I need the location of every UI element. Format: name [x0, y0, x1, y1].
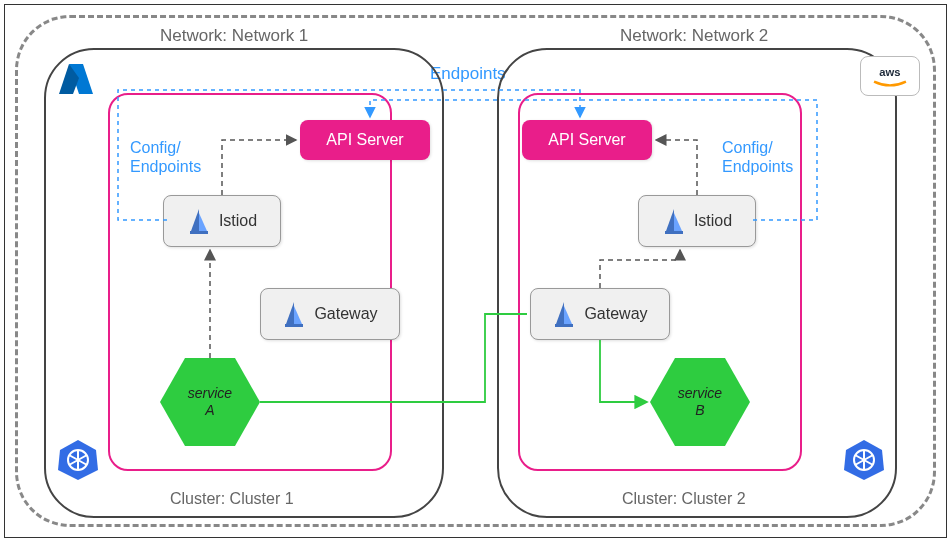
istiod-2: Istiod — [638, 195, 756, 247]
aws-icon: aws — [860, 56, 920, 96]
api-server-2: API Server — [522, 120, 652, 160]
istio-sail-icon — [552, 300, 576, 328]
svg-rect-0 — [190, 231, 208, 234]
istio-sail-icon — [662, 207, 686, 235]
istio-sail-icon — [187, 207, 211, 235]
svg-rect-2 — [665, 231, 683, 234]
network2-label: Network: Network 2 — [620, 26, 768, 46]
cluster1-label: Cluster: Cluster 1 — [170, 490, 294, 508]
svg-text:aws: aws — [879, 66, 900, 78]
azure-icon — [55, 60, 97, 98]
network1-label: Network: Network 1 — [160, 26, 308, 46]
kubernetes-icon — [56, 438, 100, 482]
gateway-2: Gateway — [530, 288, 670, 340]
config-label-1: Config/ Endpoints — [130, 138, 201, 176]
gateway-1: Gateway — [260, 288, 400, 340]
kubernetes-icon — [842, 438, 886, 482]
istio-sail-icon — [282, 300, 306, 328]
svg-rect-3 — [555, 324, 573, 327]
cluster2-label: Cluster: Cluster 2 — [622, 490, 746, 508]
config-label-2: Config/ Endpoints — [722, 138, 793, 176]
api-server-1: API Server — [300, 120, 430, 160]
svg-rect-1 — [285, 324, 303, 327]
istiod-1: Istiod — [163, 195, 281, 247]
